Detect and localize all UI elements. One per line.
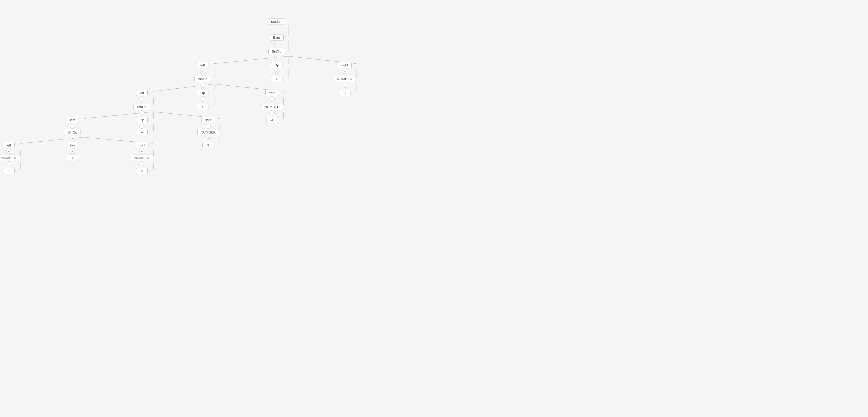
node-val1: 1 (3, 168, 14, 174)
number1-box-collapse[interactable]: − (6, 161, 11, 167)
val5-label[interactable]: 5 (339, 90, 350, 96)
number4-box-label[interactable]: NUMBER (261, 104, 283, 110)
binop1-collapse[interactable]: − (274, 55, 279, 60)
binop2-collapse[interactable]: − (200, 83, 205, 88)
node-number5-box: NUMBER − (334, 76, 356, 88)
module-label[interactable]: Module (268, 19, 286, 25)
plus2-label[interactable]: + (197, 104, 209, 110)
plus1-label[interactable]: + (271, 76, 282, 82)
node-right4: right − (135, 142, 149, 154)
node-number2-box: NUMBER − (131, 155, 153, 167)
left2-collapse[interactable]: − (139, 96, 144, 101)
node-number3-box: NUMBER − (197, 129, 219, 141)
node-left3: left − (67, 117, 78, 129)
left4-label[interactable]: left (3, 142, 14, 148)
left3-collapse[interactable]: − (70, 124, 75, 129)
binop3-label[interactable]: BinOp (133, 104, 150, 110)
op1-label[interactable]: Op (271, 62, 282, 68)
right1-label[interactable]: right (338, 62, 352, 68)
op4-collapse[interactable]: − (70, 149, 75, 154)
number2-box-label[interactable]: NUMBER (131, 155, 153, 161)
node-number1-box: NUMBER − (0, 155, 20, 167)
node-plus2: + (197, 104, 209, 110)
node-val5: 5 (339, 90, 350, 96)
node-op2: Op − (197, 90, 209, 101)
plus4-label[interactable]: + (67, 155, 78, 161)
node-binop3: BinOp − (133, 104, 150, 116)
number4-box-collapse[interactable]: − (270, 110, 275, 116)
val3-label[interactable]: 3 (203, 142, 214, 148)
right2-collapse[interactable]: − (270, 96, 275, 101)
op2-collapse[interactable]: − (200, 96, 205, 101)
node-binop1: BinOp − (268, 48, 285, 60)
number2-box-collapse[interactable]: − (139, 161, 144, 167)
number3-box-label[interactable]: NUMBER (197, 129, 219, 136)
node-op3: Op − (136, 117, 148, 129)
val2-label[interactable]: 2 (136, 168, 148, 174)
op3-label[interactable]: Op (136, 117, 148, 123)
op4-label[interactable]: Op (67, 142, 78, 148)
op3-collapse[interactable]: − (139, 124, 144, 129)
val4-label[interactable]: 4 (266, 117, 278, 123)
val1-label[interactable]: 1 (3, 168, 14, 174)
op2-label[interactable]: Op (197, 90, 209, 96)
expr-collapse[interactable]: − (274, 41, 279, 46)
op1-collapse[interactable]: − (274, 69, 279, 74)
node-left4: left − (3, 142, 14, 154)
node-plus3: + (136, 129, 148, 136)
number3-box-collapse[interactable]: − (206, 136, 211, 141)
binop2-label[interactable]: BinOp (194, 76, 211, 82)
node-binop2: BinOp − (194, 76, 211, 88)
node-plus4: + (67, 155, 78, 161)
left3-label[interactable]: left (67, 117, 78, 123)
node-left2: left − (136, 90, 148, 101)
node-right2: right − (265, 90, 279, 101)
node-module: Module (268, 19, 286, 25)
node-val2: 2 (136, 168, 148, 174)
right1-collapse[interactable]: − (342, 69, 347, 74)
node-right3: right − (202, 117, 215, 129)
node-left1: left − (197, 62, 209, 74)
node-expr: Expr − (270, 34, 284, 46)
binop3-collapse[interactable]: − (139, 110, 144, 116)
tree-diagram: Module Expr − BinOp − left − Op − right … (0, 0, 868, 417)
right3-collapse[interactable]: − (206, 124, 211, 129)
number1-box-label[interactable]: NUMBER (0, 155, 20, 161)
right2-label[interactable]: right (265, 90, 279, 96)
node-number4-box: NUMBER − (261, 104, 283, 116)
connections-svg (0, 0, 868, 417)
left2-label[interactable]: left (136, 90, 148, 96)
binop1-label[interactable]: BinOp (268, 48, 285, 54)
left1-collapse[interactable]: − (200, 69, 205, 74)
number5-box-collapse[interactable]: − (342, 83, 347, 88)
node-op4: Op − (67, 142, 78, 154)
node-val3: 3 (203, 142, 214, 148)
node-right1: right − (338, 62, 352, 74)
binop4-label[interactable]: BinOp (64, 129, 81, 136)
expr-label[interactable]: Expr (270, 34, 284, 40)
left4-collapse[interactable]: − (6, 149, 11, 154)
left1-label[interactable]: left (197, 62, 209, 68)
right4-collapse[interactable]: − (139, 149, 144, 154)
number5-box-label[interactable]: NUMBER (334, 76, 356, 82)
binop4-collapse[interactable]: − (70, 136, 75, 141)
node-plus1: + (271, 76, 282, 82)
node-binop4: BinOp − (64, 129, 81, 141)
node-val4: 4 (266, 117, 278, 123)
plus3-label[interactable]: + (136, 129, 148, 136)
right4-label[interactable]: right (135, 142, 149, 148)
right3-label[interactable]: right (202, 117, 215, 123)
node-op1: Op − (271, 62, 282, 74)
